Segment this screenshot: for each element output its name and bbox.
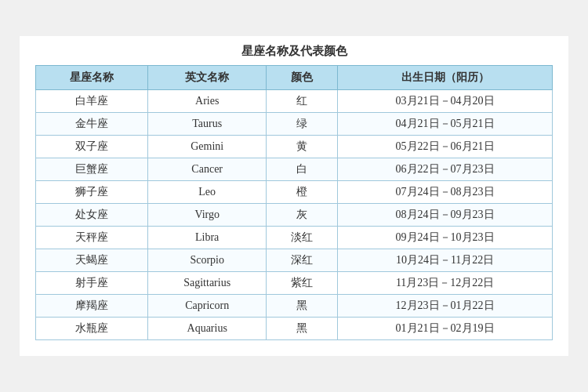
cell-zh: 巨蟹座 — [36, 158, 148, 181]
cell-date: 10月24日－11月22日 — [338, 249, 553, 272]
cell-color: 淡红 — [267, 227, 338, 249]
cell-date: 01月21日－02月19日 — [338, 318, 553, 340]
cell-zh: 射手座 — [36, 272, 148, 295]
table-row: 金牛座Taurus绿04月21日－05月21日 — [36, 113, 553, 136]
cell-date: 03月21日－04月20日 — [338, 90, 553, 113]
cell-en: Sagittarius — [148, 272, 267, 295]
table-row: 天秤座Libra淡红09月24日－10月23日 — [36, 227, 553, 249]
cell-color: 深红 — [267, 249, 338, 272]
zodiac-table: 星座名称 英文名称 颜色 出生日期（阳历） 白羊座Aries红03月21日－04… — [35, 65, 553, 340]
cell-date: 05月22日－06月21日 — [338, 136, 553, 158]
table-header-row: 星座名称 英文名称 颜色 出生日期（阳历） — [36, 66, 553, 90]
cell-en: Virgo — [148, 204, 267, 227]
cell-zh: 天蝎座 — [36, 249, 148, 272]
table-row: 处女座Virgo灰08月24日－09月23日 — [36, 204, 553, 227]
table-row: 双子座Gemini黄05月22日－06月21日 — [36, 136, 553, 158]
cell-date: 08月24日－09月23日 — [338, 204, 553, 227]
cell-en: Gemini — [148, 136, 267, 158]
table-row: 射手座Sagittarius紫红11月23日－12月22日 — [36, 272, 553, 295]
cell-color: 橙 — [267, 181, 338, 204]
page-title: 星座名称及代表颜色 — [35, 44, 553, 59]
cell-date: 04月21日－05月21日 — [338, 113, 553, 136]
cell-date: 06月22日－07月23日 — [338, 158, 553, 181]
col-header-date: 出生日期（阳历） — [338, 66, 553, 90]
cell-en: Aries — [148, 90, 267, 113]
cell-zh: 白羊座 — [36, 90, 148, 113]
cell-en: Leo — [148, 181, 267, 204]
cell-color: 黄 — [267, 136, 338, 158]
col-header-en: 英文名称 — [148, 66, 267, 90]
cell-date: 11月23日－12月22日 — [338, 272, 553, 295]
cell-zh: 金牛座 — [36, 113, 148, 136]
table-row: 水瓶座Aquarius黑01月21日－02月19日 — [36, 318, 553, 340]
cell-zh: 水瓶座 — [36, 318, 148, 340]
cell-color: 灰 — [267, 204, 338, 227]
col-header-color: 颜色 — [267, 66, 338, 90]
cell-en: Libra — [148, 227, 267, 249]
cell-color: 绿 — [267, 113, 338, 136]
cell-zh: 处女座 — [36, 204, 148, 227]
main-container: 星座名称及代表颜色 星座名称 英文名称 颜色 出生日期（阳历） 白羊座Aries… — [20, 36, 568, 356]
cell-color: 黑 — [267, 295, 338, 318]
cell-en: Capricorn — [148, 295, 267, 318]
cell-date: 07月24日－08月23日 — [338, 181, 553, 204]
cell-color: 黑 — [267, 318, 338, 340]
table-row: 狮子座Leo橙07月24日－08月23日 — [36, 181, 553, 204]
cell-color: 红 — [267, 90, 338, 113]
table-row: 巨蟹座Cancer白06月22日－07月23日 — [36, 158, 553, 181]
table-row: 天蝎座Scorpio深红10月24日－11月22日 — [36, 249, 553, 272]
table-row: 白羊座Aries红03月21日－04月20日 — [36, 90, 553, 113]
cell-zh: 摩羯座 — [36, 295, 148, 318]
table-row: 摩羯座Capricorn黑12月23日－01月22日 — [36, 295, 553, 318]
cell-color: 紫红 — [267, 272, 338, 295]
cell-zh: 双子座 — [36, 136, 148, 158]
cell-date: 12月23日－01月22日 — [338, 295, 553, 318]
cell-zh: 天秤座 — [36, 227, 148, 249]
cell-en: Scorpio — [148, 249, 267, 272]
cell-en: Cancer — [148, 158, 267, 181]
cell-color: 白 — [267, 158, 338, 181]
cell-date: 09月24日－10月23日 — [338, 227, 553, 249]
cell-zh: 狮子座 — [36, 181, 148, 204]
cell-en: Aquarius — [148, 318, 267, 340]
col-header-zh: 星座名称 — [36, 66, 148, 90]
cell-en: Taurus — [148, 113, 267, 136]
